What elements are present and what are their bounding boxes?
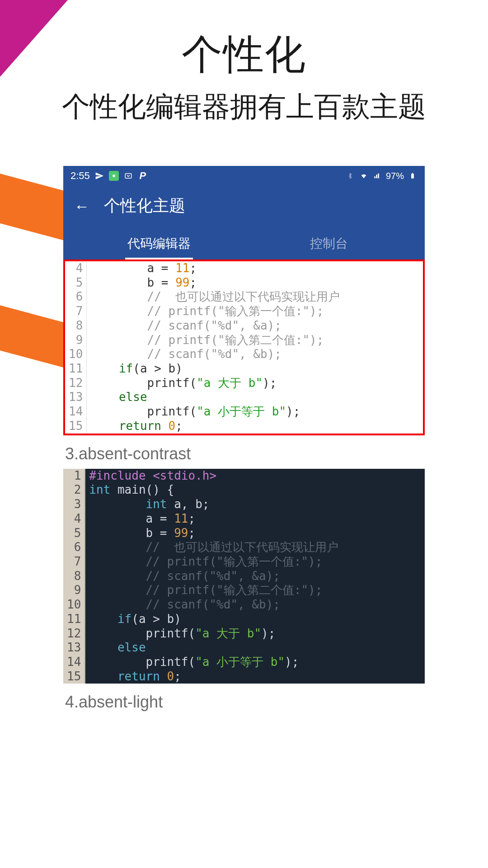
code-gutter: 4 5 6 7 8 9 10 11 12 13 14 15 bbox=[65, 261, 87, 434]
phone-mockup: 2:55 P 97% bbox=[63, 166, 425, 717]
decorative-triangle-top bbox=[0, 0, 68, 77]
send-icon bbox=[94, 171, 104, 181]
code-preview-dark[interactable]: 1 2 3 4 5 6 7 8 9 10 11 12 13 14 15 #inc… bbox=[63, 469, 425, 684]
p-icon: P bbox=[138, 171, 148, 181]
code-body: a = 11; b = 99; // 也可以通过以下代码实现让用户 // pri… bbox=[87, 261, 343, 434]
decorative-shape-mid1 bbox=[0, 170, 68, 241]
code-gutter: 1 2 3 4 5 6 7 8 9 10 11 12 13 14 15 bbox=[63, 469, 85, 684]
svg-rect-3 bbox=[412, 173, 413, 174]
code-body: #include <stdio.h> int main() { int a, b… bbox=[85, 469, 342, 684]
status-bar: 2:55 P 97% bbox=[63, 166, 425, 186]
app-bar: ← 个性化主题 代码编辑器 控制台 bbox=[63, 186, 425, 259]
hero-section: 个性化 个性化编辑器拥有上百款主题 bbox=[0, 0, 488, 126]
status-left: 2:55 P bbox=[70, 170, 148, 182]
camera-icon bbox=[109, 171, 119, 181]
battery-icon bbox=[408, 171, 418, 181]
tab-console[interactable]: 控制台 bbox=[244, 230, 414, 259]
wifi-icon bbox=[359, 171, 369, 181]
svg-rect-1 bbox=[125, 174, 131, 179]
app-title: 个性化主题 bbox=[104, 195, 185, 217]
bluetooth-icon bbox=[345, 171, 355, 181]
svg-point-0 bbox=[113, 175, 115, 177]
status-time: 2:55 bbox=[70, 170, 90, 182]
tabs: 代码编辑器 控制台 bbox=[74, 230, 414, 259]
tab-code-editor[interactable]: 代码编辑器 bbox=[74, 230, 244, 259]
decorative-shape-mid2 bbox=[0, 302, 63, 368]
battery-text: 97% bbox=[386, 171, 404, 181]
signal-icon bbox=[372, 171, 382, 181]
back-arrow-icon[interactable]: ← bbox=[74, 198, 89, 214]
theme-label-3: 3.absent-contrast bbox=[63, 435, 425, 469]
svg-rect-2 bbox=[411, 174, 414, 179]
theme-label-4: 4.absent-light bbox=[63, 684, 425, 717]
hero-title: 个性化 bbox=[0, 27, 488, 82]
card-icon bbox=[123, 171, 133, 181]
hero-subtitle: 个性化编辑器拥有上百款主题 bbox=[0, 88, 488, 126]
status-right: 97% bbox=[345, 171, 418, 181]
code-preview-light[interactable]: 4 5 6 7 8 9 10 11 12 13 14 15 a = 11; b … bbox=[63, 259, 425, 435]
